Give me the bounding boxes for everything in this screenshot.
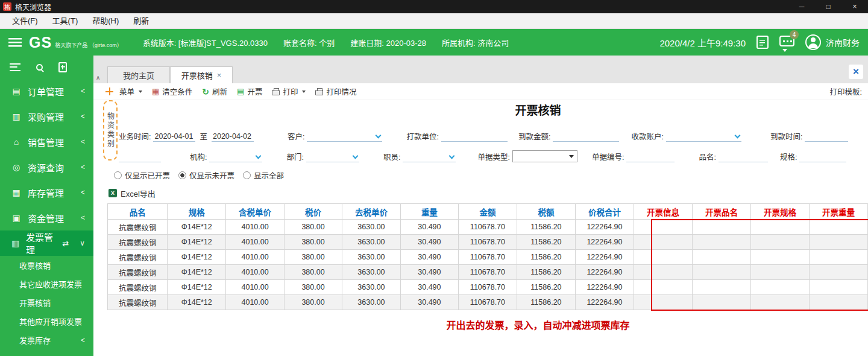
radio-show-invoiced[interactable]: 仅显示已开票 (114, 170, 170, 181)
menu-button[interactable]: 菜单 (119, 86, 142, 97)
column-header-2[interactable]: 规格 (168, 204, 226, 220)
table-cell: Φ14E*12 (168, 265, 226, 280)
to-label: 至 (200, 130, 207, 142)
menu-item-1[interactable]: 文件(F) (5, 13, 45, 29)
close-tab-button[interactable]: × (849, 65, 863, 79)
radio-show-uninvoiced[interactable]: 仅显示未开票 (178, 170, 234, 181)
column-header-3[interactable]: 含税单价 (226, 204, 285, 220)
sidebar-item-resources[interactable]: ◎资源查询< (0, 154, 93, 180)
menu-item-2[interactable]: 工具(T) (45, 13, 86, 29)
column-header-7[interactable]: 金额 (458, 204, 517, 220)
table-cell: 110678.70 (458, 295, 517, 310)
business-time-label: 业务时间: (119, 130, 151, 142)
tab-close-icon[interactable]: × (217, 71, 222, 80)
radio-dot-icon (243, 171, 251, 179)
column-header-5[interactable]: 去税单价 (342, 204, 400, 220)
scroll-up-icon[interactable]: ∧ (96, 74, 100, 81)
order-icon: ▤ (11, 86, 22, 96)
annotation-text: 开出去的发票，录入，自动冲减进项票库存 (93, 317, 868, 332)
staff-dropdown[interactable] (403, 151, 456, 162)
minimize-button[interactable]: ─ (788, 0, 815, 13)
menu-item-4[interactable]: 刷新 (126, 13, 156, 29)
excel-export-button[interactable]: X Excel导出 (108, 188, 156, 199)
column-header-9[interactable]: 价税合计 (575, 204, 634, 220)
doc-type-select[interactable] (512, 150, 577, 162)
radio-dot-icon (178, 171, 186, 179)
search-icon[interactable] (36, 64, 43, 71)
nav-list-icon[interactable] (10, 63, 20, 71)
table-row[interactable]: 抗震螺纹钢Φ14E*124010.00380.003630.0030.49011… (108, 250, 868, 265)
sidebar-subitem-receipt-writeoff[interactable]: 收票核销 (0, 256, 93, 275)
radio-dot-icon (114, 171, 122, 179)
table-cell: 3630.00 (342, 250, 400, 265)
create-invoice-button[interactable]: ▤ 开票 (237, 86, 262, 97)
account-dropdown[interactable] (666, 131, 741, 142)
sidebar-item-purchase[interactable]: ▥采购管理< (0, 104, 93, 129)
print-status-button[interactable]: 打印情况 (315, 86, 356, 97)
user-menu[interactable]: 济南财务 (805, 34, 860, 50)
column-header-11[interactable]: 开票品名 (693, 204, 751, 220)
material-category-input[interactable] (119, 151, 161, 162)
refresh-button[interactable]: ↻ 刷新 (202, 86, 227, 97)
collapse-arrow-icon: ∨ (80, 239, 85, 247)
tab-home[interactable]: 我的主页 (107, 66, 170, 83)
clear-filters-label: 清空条件 (162, 86, 192, 97)
table-cell: 380.00 (285, 295, 342, 310)
table-row[interactable]: 抗震螺纹钢Φ14E*124010.00380.003630.0030.49011… (108, 265, 868, 280)
table-row[interactable]: 抗震螺纹钢Φ14E*124010.00380.003630.0030.49011… (108, 295, 868, 310)
swap-icon[interactable]: ⇄ (62, 239, 69, 248)
table-row[interactable]: 抗震螺纹钢Φ14E*124010.00380.003630.0030.49011… (108, 220, 868, 235)
menu-item-3[interactable]: 帮助(H) (85, 13, 126, 29)
table-cell: 3630.00 (342, 295, 400, 310)
print-button[interactable]: 打印 (272, 86, 306, 97)
customer-dropdown[interactable] (307, 131, 382, 142)
table-cell: 122264.90 (575, 250, 634, 265)
sidebar-item-invoices[interactable]: ▥发票管理⇄∨ (0, 230, 93, 256)
table-row[interactable]: 抗震螺纹钢Φ14E*124010.00380.003630.0030.49011… (108, 280, 868, 295)
dept-dropdown[interactable] (306, 151, 359, 162)
business-time-from-input[interactable] (153, 131, 195, 142)
sidebar-subitem-other-output-invoice[interactable]: 其他应开销项发票 (0, 312, 93, 331)
clear-filters-button[interactable]: ▦ 清空条件 (152, 86, 192, 97)
org-dropdown[interactable] (209, 151, 262, 162)
sidebar-item-inventory[interactable]: ▦库存管理< (0, 180, 93, 205)
arrival-time-input[interactable] (805, 131, 848, 142)
sidebar-subitem-label: 开票核销 (19, 297, 51, 308)
column-header-10[interactable]: 开票信息 (634, 204, 693, 220)
column-header-6[interactable]: 重量 (400, 204, 458, 220)
column-header-8[interactable]: 税额 (517, 204, 576, 220)
column-header-12[interactable]: 开票规格 (751, 204, 810, 220)
sidebar-subitem-other-input-invoice[interactable]: 其它应收进项发票 (0, 275, 93, 293)
maximize-button[interactable]: □ (815, 0, 841, 13)
amount-input[interactable] (553, 131, 619, 142)
doc-no-input[interactable] (626, 151, 675, 162)
new-document-icon[interactable] (58, 62, 67, 72)
table-cell: 3630.00 (342, 220, 400, 235)
close-window-button[interactable]: × (841, 0, 868, 13)
column-header-13[interactable]: 开票重量 (809, 204, 867, 220)
sidebar-subitem-invoice-writeoff[interactable]: 开票核销 (0, 293, 93, 312)
tab-invoice-writeoff[interactable]: 开票核销 × (170, 66, 233, 83)
chevron-down-icon (353, 153, 359, 159)
spec-input[interactable] (799, 151, 846, 162)
hamburger-menu-icon[interactable] (8, 38, 22, 47)
move-handle-icon[interactable] (105, 87, 113, 95)
sidebar-subitem-invoice-stock[interactable]: 发票库存< (0, 331, 93, 349)
printer-icon (272, 90, 280, 95)
product-input[interactable] (719, 151, 768, 162)
messages-icon[interactable]: 4 (779, 36, 794, 49)
sidebar-item-orders[interactable]: ▤订单管理< (0, 78, 93, 104)
collapse-arrow-icon: < (81, 112, 85, 121)
table-row[interactable]: 抗震螺纹钢Φ14E*124010.00380.003630.0030.49011… (108, 235, 868, 250)
column-header-1[interactable]: 品名 (108, 204, 168, 220)
product-label: 品名: (699, 151, 715, 162)
material-category-tag[interactable]: 物资类别 (103, 100, 118, 161)
business-time-to-input[interactable] (212, 131, 254, 142)
column-header-4[interactable]: 税价 (285, 204, 342, 220)
radio-show-all[interactable]: 显示全部 (243, 170, 284, 181)
sidebar-item-sales[interactable]: ⌂销售管理< (0, 129, 93, 154)
collapse-arrow-icon: < (81, 336, 85, 345)
payer-input[interactable] (441, 131, 508, 142)
form-notes-icon[interactable] (756, 36, 769, 49)
sidebar-item-funds[interactable]: ▣资金管理< (0, 205, 93, 230)
